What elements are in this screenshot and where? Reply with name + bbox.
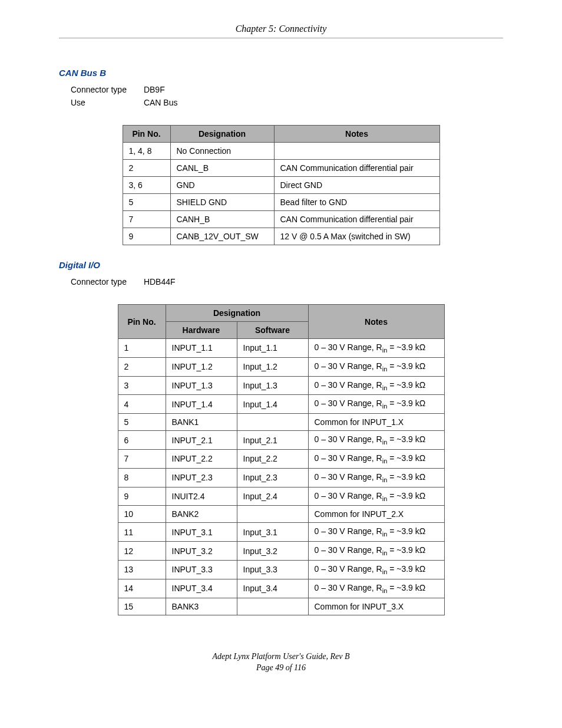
cell: INPUT_1.3: [166, 376, 237, 395]
cell: GND: [170, 177, 274, 194]
kv-label: Use: [71, 98, 141, 107]
cell: CANB_12V_OUT_SW: [170, 228, 274, 245]
cell: No Connection: [170, 143, 274, 160]
cell: 0 – 30 V Range, Rin = ~3.9 kΩ: [308, 357, 444, 376]
cell: [274, 143, 439, 160]
cell: 2: [123, 160, 170, 177]
cell: 3, 6: [123, 177, 170, 194]
table-row: 1INPUT_1.1Input_1.10 – 30 V Range, Rin =…: [118, 339, 444, 358]
cell: INPUT_1.4: [166, 395, 237, 414]
can-bus-table: Pin No. Designation Notes 1, 4, 8No Conn…: [123, 125, 440, 245]
table-row: 13INPUT_3.3Input_3.30 – 30 V Range, Rin …: [118, 560, 444, 579]
table-row: 5SHIELD GNDBead filter to GND: [123, 194, 439, 211]
cell: [237, 506, 308, 523]
cell: CANH_B: [170, 211, 274, 228]
th-pin-no: Pin No.: [123, 126, 170, 143]
cell: Input_3.3: [237, 560, 308, 579]
cell: BANK2: [166, 506, 237, 523]
cell: 0 – 30 V Range, Rin = ~3.9 kΩ: [308, 376, 444, 395]
cell: Input_3.2: [237, 542, 308, 561]
table-row: 7INPUT_2.2Input_2.20 – 30 V Range, Rin =…: [118, 449, 444, 468]
cell: Input_1.1: [237, 339, 308, 358]
cell: 0 – 30 V Range, Rin = ~3.9 kΩ: [308, 431, 444, 450]
kv-label: Connector type: [71, 85, 141, 94]
cell: 14: [118, 579, 166, 598]
table-row: 2INPUT_1.2Input_1.20 – 30 V Range, Rin =…: [118, 357, 444, 376]
cell: 11: [118, 523, 166, 542]
cell: INPUT_3.4: [166, 579, 237, 598]
cell: 5: [123, 194, 170, 211]
cell: INPUT_3.1: [166, 523, 237, 542]
cell: 9: [118, 487, 166, 506]
cell: Common for INPUT_1.X: [308, 414, 444, 431]
cell: Direct GND: [274, 177, 439, 194]
cell: Input_2.4: [237, 487, 308, 506]
cell: 0 – 30 V Range, Rin = ~3.9 kΩ: [308, 339, 444, 358]
page-footer: Adept Lynx Platform User's Guide, Rev B …: [59, 651, 503, 674]
table-row: 5BANK1Common for INPUT_1.X: [118, 414, 444, 431]
cell: INPUT_3.2: [166, 542, 237, 561]
cell: Common for INPUT_2.X: [308, 506, 444, 523]
cell: Input_2.2: [237, 449, 308, 468]
cell: Bead filter to GND: [274, 194, 439, 211]
cell: 7: [123, 211, 170, 228]
cell: Input_2.3: [237, 468, 308, 487]
cell: INPUT_2.1: [166, 431, 237, 450]
footer-title: Adept Lynx Platform User's Guide, Rev B: [59, 651, 503, 663]
cell: 7: [118, 449, 166, 468]
th-designation: Designation: [170, 126, 274, 143]
cell: [237, 414, 308, 431]
cell: 0 – 30 V Range, Rin = ~3.9 kΩ: [308, 523, 444, 542]
table-row: 3INPUT_1.3Input_1.30 – 30 V Range, Rin =…: [118, 376, 444, 395]
cell: 4: [118, 395, 166, 414]
cell: 0 – 30 V Range, Rin = ~3.9 kΩ: [308, 487, 444, 506]
kv-value: HDB44F: [144, 277, 176, 286]
cell: 0 – 30 V Range, Rin = ~3.9 kΩ: [308, 579, 444, 598]
table-row: 8INPUT_2.3Input_2.30 – 30 V Range, Rin =…: [118, 468, 444, 487]
kv-row: Use CAN Bus: [59, 98, 503, 107]
th-pin-no: Pin No.: [118, 305, 166, 339]
cell: Input_2.1: [237, 431, 308, 450]
chapter-header: Chapter 5: Connectivity: [59, 24, 503, 38]
cell: 6: [118, 431, 166, 450]
kv-label: Connector type: [71, 277, 141, 286]
cell: [237, 598, 308, 615]
table-row: 2CANL_BCAN Communication differential pa…: [123, 160, 439, 177]
cell: 2: [118, 357, 166, 376]
table-row: 11INPUT_3.1Input_3.10 – 30 V Range, Rin …: [118, 523, 444, 542]
cell: CAN Communication differential pair: [274, 160, 439, 177]
cell: 0 – 30 V Range, Rin = ~3.9 kΩ: [308, 542, 444, 561]
cell: INUIT2.4: [166, 487, 237, 506]
table-row: 10BANK2Common for INPUT_2.X: [118, 506, 444, 523]
cell: 0 – 30 V Range, Rin = ~3.9 kΩ: [308, 468, 444, 487]
table-row: 9CANB_12V_OUT_SW12 V @ 0.5 A Max (switch…: [123, 228, 439, 245]
cell: 1, 4, 8: [123, 143, 170, 160]
cell: CAN Communication differential pair: [274, 211, 439, 228]
kv-row: Connector type HDB44F: [59, 277, 503, 286]
kv-row: Connector type DB9F: [59, 85, 503, 94]
cell: INPUT_2.3: [166, 468, 237, 487]
cell: 0 – 30 V Range, Rin = ~3.9 kΩ: [308, 395, 444, 414]
cell: INPUT_3.3: [166, 560, 237, 579]
cell: 3: [118, 376, 166, 395]
table-row: 15BANK3Common for INPUT_3.X: [118, 598, 444, 615]
cell: INPUT_1.1: [166, 339, 237, 358]
cell: INPUT_1.2: [166, 357, 237, 376]
cell: Input_3.1: [237, 523, 308, 542]
cell: 10: [118, 506, 166, 523]
cell: 15: [118, 598, 166, 615]
digital-io-table: Pin No. Designation Notes Hardware Softw…: [118, 304, 445, 615]
table-row: 4INPUT_1.4Input_1.40 – 30 V Range, Rin =…: [118, 395, 444, 414]
th-hardware: Hardware: [166, 322, 237, 339]
cell: 12: [118, 542, 166, 561]
th-designation: Designation: [166, 305, 308, 322]
kv-value: DB9F: [144, 85, 165, 94]
cell: SHIELD GND: [170, 194, 274, 211]
section-heading: CAN Bus B: [59, 68, 503, 78]
table-row: 3, 6GNDDirect GND: [123, 177, 439, 194]
cell: Common for INPUT_3.X: [308, 598, 444, 615]
cell: Input_1.4: [237, 395, 308, 414]
cell: 12 V @ 0.5 A Max (switched in SW): [274, 228, 439, 245]
th-software: Software: [237, 322, 308, 339]
cell: BANK1: [166, 414, 237, 431]
